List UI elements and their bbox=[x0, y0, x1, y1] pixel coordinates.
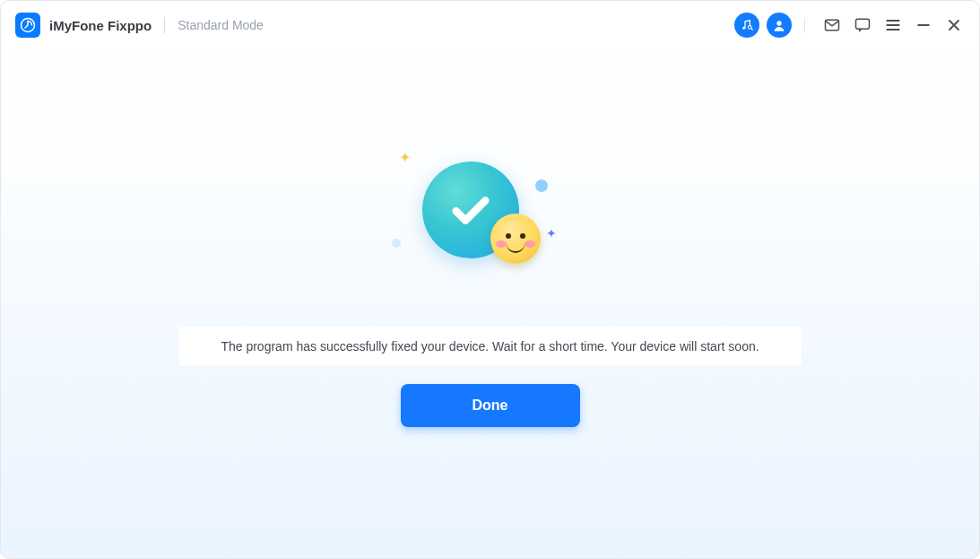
account-icon[interactable] bbox=[767, 13, 792, 38]
minimize-icon[interactable] bbox=[911, 13, 936, 38]
mode-label: Standard Mode bbox=[178, 18, 264, 32]
svg-rect-5 bbox=[856, 19, 870, 29]
mail-icon[interactable] bbox=[820, 13, 845, 38]
app-logo bbox=[15, 13, 40, 38]
done-button[interactable]: Done bbox=[401, 384, 580, 427]
menu-icon[interactable] bbox=[880, 13, 906, 38]
feedback-icon[interactable] bbox=[850, 13, 875, 38]
titlebar: iMyFone Fixppo Standard Mode bbox=[1, 1, 979, 49]
close-icon[interactable] bbox=[941, 13, 967, 38]
decorative-bubble bbox=[392, 239, 401, 248]
title-divider bbox=[164, 17, 165, 33]
sparkle-icon: ✦ bbox=[399, 149, 411, 166]
svg-point-3 bbox=[776, 21, 781, 25]
sparkle-icon: ✦ bbox=[546, 226, 557, 240]
success-graphic: ✦ ✦ bbox=[401, 153, 580, 287]
app-title: iMyFone Fixppo bbox=[49, 18, 152, 33]
content-area: ✦ ✦ The program has successfully fixed y… bbox=[1, 49, 979, 558]
decorative-bubble bbox=[535, 179, 548, 192]
titlebar-separator bbox=[804, 18, 805, 32]
smiley-face-icon bbox=[490, 214, 541, 264]
svg-point-1 bbox=[742, 27, 745, 30]
status-message: The program has successfully fixed your … bbox=[179, 327, 802, 366]
music-search-icon[interactable] bbox=[734, 13, 759, 38]
app-window: iMyFone Fixppo Standard Mode bbox=[0, 0, 980, 559]
